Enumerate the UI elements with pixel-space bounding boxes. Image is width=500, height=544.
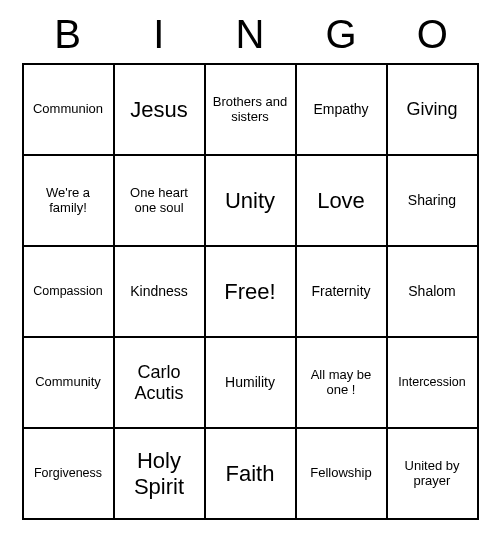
bingo-cell[interactable]: Fellowship <box>296 428 387 519</box>
bingo-cell[interactable]: Kindness <box>114 246 205 337</box>
bingo-cell[interactable]: We're a family! <box>23 155 114 246</box>
header-letter-o: O <box>387 12 478 57</box>
bingo-cell[interactable]: Jesus <box>114 64 205 155</box>
bingo-cell[interactable]: Faith <box>205 428 296 519</box>
bingo-cell[interactable]: Compassion <box>23 246 114 337</box>
bingo-cell[interactable]: Sharing <box>387 155 478 246</box>
bingo-cell[interactable]: Intercession <box>387 337 478 428</box>
header-letter-i: I <box>113 12 204 57</box>
bingo-cell[interactable]: Love <box>296 155 387 246</box>
bingo-grid: Communion Jesus Brothers and sisters Emp… <box>22 63 479 520</box>
bingo-cell[interactable]: Humility <box>205 337 296 428</box>
header-letter-b: B <box>22 12 113 57</box>
bingo-cell[interactable]: Shalom <box>387 246 478 337</box>
bingo-cell[interactable]: All may be one ! <box>296 337 387 428</box>
bingo-cell[interactable]: Carlo Acutis <box>114 337 205 428</box>
bingo-cell[interactable]: Holy Spirit <box>114 428 205 519</box>
bingo-cell[interactable]: Forgiveness <box>23 428 114 519</box>
bingo-cell[interactable]: Fraternity <box>296 246 387 337</box>
bingo-cell[interactable]: Brothers and sisters <box>205 64 296 155</box>
bingo-cell[interactable]: Free! <box>205 246 296 337</box>
bingo-cell[interactable]: Unity <box>205 155 296 246</box>
bingo-cell[interactable]: Empathy <box>296 64 387 155</box>
bingo-cell[interactable]: Communion <box>23 64 114 155</box>
bingo-header: B I N G O <box>22 12 478 57</box>
bingo-cell[interactable]: One heart one soul <box>114 155 205 246</box>
bingo-cell[interactable]: United by prayer <box>387 428 478 519</box>
header-letter-g: G <box>296 12 387 57</box>
bingo-cell[interactable]: Giving <box>387 64 478 155</box>
header-letter-n: N <box>204 12 295 57</box>
bingo-cell[interactable]: Community <box>23 337 114 428</box>
